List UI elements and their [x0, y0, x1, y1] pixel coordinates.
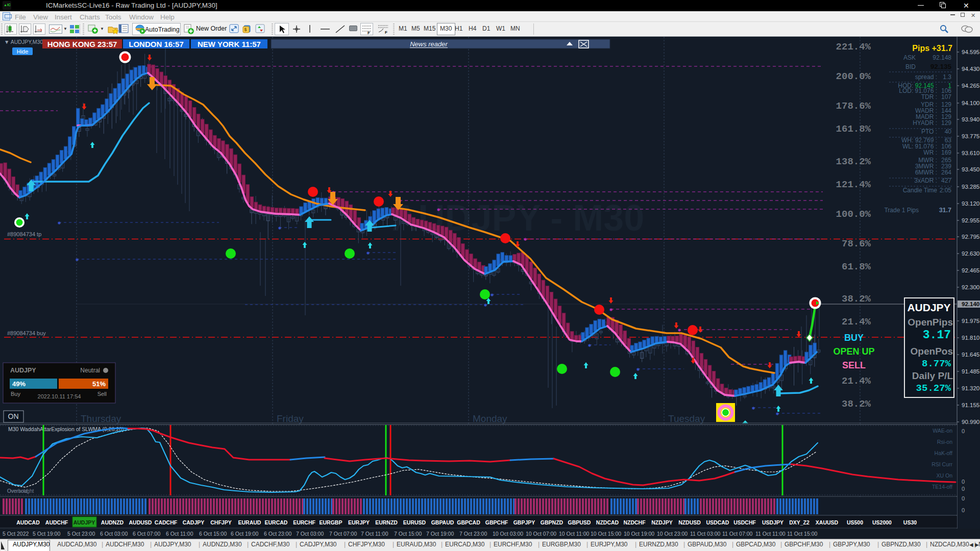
svg-text:5 Oct 2022: 5 Oct 2022 [3, 531, 29, 537]
svg-text:2:05: 2:05 [940, 187, 952, 194]
svg-text:Hide: Hide [17, 48, 29, 55]
svg-text:2022.10.11 17:54: 2022.10.11 17:54 [38, 393, 81, 399]
svg-text:#89084734 tp: #89084734 tp [7, 231, 41, 237]
svg-text:Buy: Buy [11, 391, 20, 397]
svg-text:92.140: 92.140 [962, 301, 979, 307]
svg-text:91.645: 91.645 [962, 352, 979, 358]
svg-text:100.0%: 100.0% [836, 209, 871, 220]
svg-text:90.990: 90.990 [962, 419, 979, 425]
svg-text:NZDCAD: NZDCAD [596, 519, 619, 525]
svg-text:✱: ✱ [76, 258, 79, 262]
svg-text:ASK: ASK [903, 54, 916, 61]
svg-text:1.3: 1.3 [943, 73, 951, 81]
svg-text:F: F [368, 31, 370, 35]
svg-text:HONG KONG 23:57: HONG KONG 23:57 [47, 40, 117, 48]
svg-text:EURNZD: EURNZD [375, 519, 398, 525]
svg-text:GBPAUD: GBPAUD [431, 519, 454, 525]
svg-text:7 Oct 23:00: 7 Oct 23:00 [459, 531, 487, 537]
svg-text:3.17: 3.17 [923, 329, 951, 342]
svg-text:6 Oct 15:00: 6 Oct 15:00 [199, 531, 227, 537]
svg-text:✱: ✱ [636, 367, 640, 372]
svg-text:38.2%: 38.2% [842, 398, 871, 410]
svg-text:NZDUSD: NZDUSD [678, 519, 701, 525]
svg-text:35.27%: 35.27% [916, 383, 951, 394]
svg-text:$: $ [244, 27, 247, 32]
svg-text:EURCHF: EURCHF [293, 519, 315, 525]
svg-text:10 Oct 11:00: 10 Oct 11:00 [559, 531, 590, 537]
svg-text:✱: ✱ [484, 303, 487, 308]
svg-text:92.955: 92.955 [962, 217, 979, 223]
svg-text:Candle Time: Candle Time [903, 187, 938, 194]
svg-text:221.4%: 221.4% [836, 41, 871, 53]
svg-text:DXY_Z2: DXY_Z2 [789, 519, 810, 525]
svg-text:✱: ✱ [776, 412, 779, 416]
svg-text:Friday: Friday [277, 413, 304, 424]
svg-text:93.940: 93.940 [962, 116, 979, 122]
svg-text:AUDNZD: AUDNZD [101, 519, 124, 525]
svg-text:AUDUSD: AUDUSD [129, 519, 152, 525]
svg-text:HYADR :: HYADR : [913, 119, 937, 127]
svg-text:78.6%: 78.6% [842, 238, 871, 249]
svg-text:138.2%: 138.2% [836, 156, 871, 167]
svg-text:94.100: 94.100 [962, 100, 979, 106]
svg-text:✱: ✱ [278, 226, 282, 231]
svg-text:LONDON 16:57: LONDON 16:57 [129, 40, 184, 48]
svg-text:92.630: 92.630 [962, 251, 979, 257]
svg-text:NZDJPY: NZDJPY [651, 519, 672, 525]
svg-text:93.450: 93.450 [962, 166, 979, 172]
svg-text:TDR :: TDR : [921, 93, 937, 101]
svg-text:5 Oct 23:00: 5 Oct 23:00 [67, 531, 95, 537]
svg-text:GBPNZD: GBPNZD [541, 519, 564, 525]
svg-text:spread :: spread : [915, 73, 937, 81]
svg-text:✱: ✱ [588, 343, 592, 348]
svg-text:Daily P/L: Daily P/L [912, 370, 953, 381]
svg-text:161.8%: 161.8% [836, 123, 871, 135]
svg-text:11 Oct 03:00: 11 Oct 03:00 [690, 531, 721, 537]
svg-text:10 Oct 15:00: 10 Oct 15:00 [591, 531, 621, 537]
svg-text:92.795: 92.795 [962, 234, 979, 240]
svg-text:CADCHF: CADCHF [155, 519, 178, 525]
svg-text:11 Oct 07:00: 11 Oct 07:00 [722, 531, 753, 537]
svg-text:91.155: 91.155 [962, 402, 979, 408]
svg-text:7 Oct 19:00: 7 Oct 19:00 [426, 531, 454, 537]
svg-text:61.8%: 61.8% [842, 261, 871, 272]
svg-text:200.0%: 200.0% [836, 71, 871, 82]
svg-text:38.2%: 38.2% [842, 293, 871, 305]
svg-text:121.4%: 121.4% [836, 179, 871, 190]
svg-text:AUDCAD: AUDCAD [16, 519, 40, 525]
svg-text:91.485: 91.485 [962, 368, 979, 374]
svg-text:11 Oct 11:00: 11 Oct 11:00 [755, 531, 786, 537]
svg-text:Monday: Monday [473, 413, 507, 424]
svg-text:EURGBP: EURGBP [320, 519, 342, 525]
svg-text:US2000: US2000 [872, 519, 892, 525]
svg-text:XAUUSD: XAUUSD [816, 519, 839, 525]
svg-text:92.465: 92.465 [962, 267, 979, 273]
svg-text:10 Oct 07:00: 10 Oct 07:00 [526, 531, 556, 537]
svg-text:91.975: 91.975 [962, 318, 979, 324]
svg-text:178.6%: 178.6% [836, 101, 871, 112]
svg-text:10 Oct 23:00: 10 Oct 23:00 [657, 531, 688, 537]
svg-text:0: 0 [962, 486, 965, 492]
svg-text:ON: ON [8, 412, 19, 420]
svg-text:Thursday: Thursday [81, 413, 121, 424]
svg-text:8.77%: 8.77% [922, 358, 951, 369]
svg-text:EURUSD: EURUSD [403, 519, 426, 525]
svg-text:6 Oct 03:00: 6 Oct 03:00 [100, 531, 128, 537]
svg-text:264: 264 [941, 169, 951, 176]
svg-text:107: 107 [941, 93, 951, 101]
svg-text:94.595: 94.595 [962, 49, 979, 55]
svg-text:7 Oct 07:00: 7 Oct 07:00 [329, 531, 357, 537]
svg-text:3xADR :: 3xADR : [914, 177, 937, 184]
svg-text:91.810: 91.810 [962, 335, 979, 341]
svg-text:NZDCHF: NZDCHF [623, 519, 646, 525]
svg-text:49%: 49% [12, 380, 26, 388]
svg-text:6 Oct 11:00: 6 Oct 11:00 [166, 531, 193, 537]
svg-text:News reader: News reader [410, 40, 448, 48]
svg-text:40: 40 [945, 128, 952, 135]
svg-text:✱: ✱ [678, 328, 681, 333]
svg-text:Overbought: Overbought [7, 488, 34, 494]
svg-text:5 Oct 19:00: 5 Oct 19:00 [33, 531, 60, 537]
svg-text:427: 427 [941, 177, 951, 184]
svg-text:OPEN UP: OPEN UP [833, 346, 874, 357]
svg-text:GBPJPY: GBPJPY [513, 519, 535, 525]
